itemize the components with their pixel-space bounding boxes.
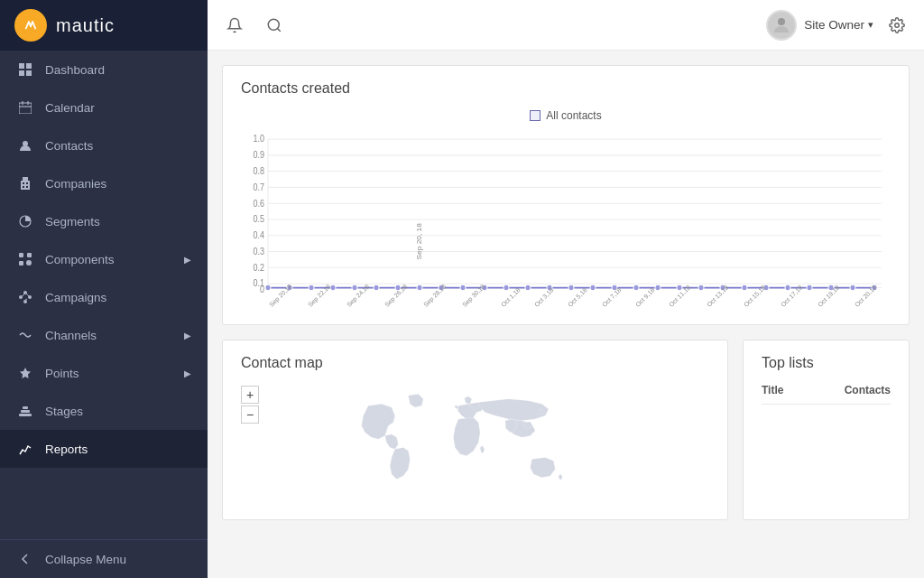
svg-text:0.8: 0.8 [253,166,264,177]
svg-rect-14 [23,186,24,188]
legend-box [530,110,541,121]
topbar-right: Site Owner ▾ [766,10,910,41]
svg-text:0.6: 0.6 [253,198,264,209]
sidebar-item-campaigns[interactable]: Campaigns [0,278,208,316]
chart-legend: All contacts [241,109,891,122]
sidebar-item-channels[interactable]: Channels ▶ [0,316,208,354]
svg-line-25 [23,294,24,296]
sidebar: mautic Dashboard Calendar Contacts Compa… [0,0,208,578]
sidebar-logo: mautic [0,0,208,51]
components-arrow: ▶ [184,255,191,265]
bottom-row: Contact map + − [222,340,910,520]
svg-text:0.5: 0.5 [253,214,264,225]
map-zoom-out-button[interactable]: − [241,406,259,424]
sidebar-item-segments[interactable]: Segments [0,202,208,240]
top-lists-title: Top lists [762,355,891,371]
sidebar-item-stages[interactable]: Stages [0,392,208,430]
svg-rect-2 [26,63,32,69]
map-zoom-in-button[interactable]: + [241,386,259,404]
sidebar-item-contacts[interactable]: Contacts [0,126,208,164]
svg-rect-30 [21,410,30,413]
svg-rect-19 [19,261,23,266]
svg-rect-1 [19,63,24,69]
segments-icon [16,212,34,230]
user-avatar [766,10,797,41]
svg-marker-28 [20,368,31,378]
svg-rect-4 [26,70,32,76]
svg-rect-3 [19,70,24,76]
points-icon [16,364,34,382]
brand-name: mautic [56,15,115,36]
main-content: Site Owner ▾ Contacts created All contac… [208,0,924,578]
svg-line-26 [26,294,29,296]
contact-map-card: Contact map + − [222,340,728,520]
svg-text:0.3: 0.3 [253,246,264,256]
contacts-created-title: Contacts created [241,80,891,97]
svg-point-24 [23,300,27,303]
svg-text:0.9: 0.9 [253,150,264,161]
dashboard-icon [16,61,34,79]
reports-icon [16,440,34,458]
svg-rect-29 [19,414,32,416]
top-lists-col-title: Title [762,384,783,396]
channels-arrow: ▶ [184,331,191,340]
contacts-icon [16,136,34,154]
contacts-created-card: Contacts created All contacts [222,65,910,325]
svg-rect-11 [23,177,28,181]
svg-text:0: 0 [260,284,264,295]
svg-text:0.7: 0.7 [253,182,264,192]
svg-text:Sep 20, 18: Sep 20, 18 [415,223,423,260]
sidebar-collapse-button[interactable]: Collapse Menu [0,539,208,578]
svg-text:1.0: 1.0 [253,134,264,144]
topbar-left-icons [222,13,287,38]
page-content: Contacts created All contacts [208,51,924,578]
search-icon[interactable] [262,13,287,38]
sidebar-item-points[interactable]: Points ▶ [0,354,208,392]
svg-point-35 [895,23,900,27]
top-lists-col-contacts: Contacts [845,384,891,396]
channels-icon [16,326,34,344]
top-lists-card: Top lists Title Contacts [743,340,910,520]
bell-icon[interactable] [222,13,247,38]
stages-icon [16,402,34,420]
svg-rect-17 [19,253,23,257]
svg-text:0.2: 0.2 [253,262,264,273]
sidebar-item-components[interactable]: Components ▶ [0,240,208,278]
companies-icon [16,174,34,192]
top-lists-header: Title Contacts [762,384,891,405]
svg-rect-10 [21,181,30,190]
settings-icon[interactable] [884,13,910,38]
campaigns-icon [16,288,34,306]
calendar-icon [16,98,34,117]
sidebar-item-calendar[interactable]: Calendar [0,89,208,126]
svg-rect-13 [26,182,28,184]
user-name-button[interactable]: Site Owner ▾ [804,18,873,32]
contact-map-title: Contact map [241,355,709,371]
sidebar-item-companies[interactable]: Companies [0,164,208,202]
svg-point-32 [268,19,279,30]
svg-rect-5 [19,103,32,114]
world-map [223,386,727,519]
components-icon [16,250,34,268]
contacts-chart: 1.0 0.9 0.8 0.7 0.6 0.5 0.4 0.3 0.2 0.1 … [241,129,891,310]
svg-line-33 [277,28,280,31]
svg-rect-12 [23,182,24,184]
points-arrow: ▶ [184,368,191,378]
svg-rect-18 [27,253,32,257]
map-controls: + − [241,386,259,424]
sidebar-item-dashboard[interactable]: Dashboard [0,51,208,89]
topbar: Site Owner ▾ [208,0,924,51]
svg-point-34 [778,18,785,25]
collapse-icon [16,550,34,568]
svg-rect-15 [26,186,28,188]
svg-point-21 [19,295,23,299]
world-map-svg [223,386,727,519]
svg-point-20 [26,260,32,266]
logo-icon [14,9,47,42]
svg-rect-31 [23,406,28,409]
svg-line-27 [25,299,27,300]
svg-text:0.4: 0.4 [253,230,264,241]
sidebar-item-reports[interactable]: Reports [0,430,208,468]
